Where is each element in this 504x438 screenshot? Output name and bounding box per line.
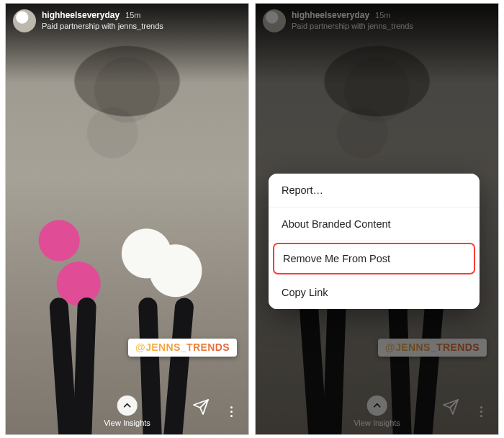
dot-icon xyxy=(230,415,233,417)
action-sheet-item-about-branded-content[interactable]: About Branded Content xyxy=(269,207,480,241)
action-sheet-item-remove-me-from-post[interactable]: Remove Me From Post xyxy=(273,243,475,274)
story-view-menu-open: highheelseveryday 15m Paid partnership w… xyxy=(255,3,499,435)
story-header: highheelseveryday 15m Paid partnership w… xyxy=(13,9,241,32)
insights-label: View Insights xyxy=(104,419,150,427)
avatar[interactable] xyxy=(13,9,36,32)
view-insights-button[interactable]: View Insights xyxy=(104,395,150,427)
action-sheet: Report… About Branded Content Remove Me … xyxy=(269,174,480,309)
time-ago: 15m xyxy=(125,10,140,21)
dot-icon xyxy=(230,411,233,413)
story-view-normal: highheelseveryday 15m Paid partnership w… xyxy=(5,3,249,435)
header-text: highheelseveryday 15m Paid partnership w… xyxy=(42,9,163,32)
story-bottom-bar: View Insights xyxy=(6,378,248,434)
mention-text: @JENNS_TRENDS xyxy=(135,341,230,353)
share-button[interactable] xyxy=(192,398,210,419)
action-sheet-item-copy-link[interactable]: Copy Link xyxy=(269,276,480,309)
dot-icon xyxy=(230,406,233,408)
paper-plane-icon xyxy=(192,398,210,416)
partnership-line[interactable]: Paid partnership with jenns_trends xyxy=(42,21,163,32)
more-options-button[interactable] xyxy=(224,404,238,419)
action-sheet-item-report[interactable]: Report… xyxy=(269,174,480,207)
mention-sticker[interactable]: @JENNS_TRENDS xyxy=(128,339,237,357)
chevron-up-icon xyxy=(117,395,137,416)
username[interactable]: highheelseveryday xyxy=(42,9,120,21)
